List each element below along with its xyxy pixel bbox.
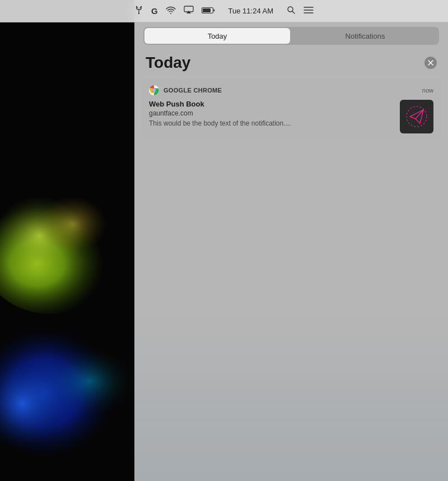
notification-card[interactable]: GOOGLE CHROME now Web Push Book gauntfac… (141, 78, 441, 140)
today-title: Today (146, 54, 190, 72)
svg-rect-13 (203, 8, 211, 12)
battery-icon (202, 6, 215, 16)
menubar-icons: G Tue 11:24 AM (134, 6, 314, 17)
chrome-icon (149, 85, 159, 95)
close-button[interactable] (424, 57, 437, 69)
svg-point-6 (45, 348, 134, 415)
grammarly-icon: G (151, 6, 158, 16)
tab-bar: Today Notifications (143, 27, 439, 45)
card-header: GOOGLE CHROME now (149, 85, 433, 95)
card-time: now (422, 87, 433, 94)
airplay-icon (184, 6, 194, 16)
menu-icon[interactable] (304, 6, 314, 16)
paper-plane-icon (404, 104, 429, 129)
today-header: Today (134, 45, 448, 78)
search-icon[interactable] (287, 6, 296, 17)
card-body: Web Push Book gauntface.com This would b… (149, 100, 433, 133)
fork-icon (134, 6, 143, 17)
panel-bottom-gradient (134, 313, 448, 481)
desktop-wallpaper (0, 0, 134, 481)
menubar: G Tue 11:24 AM (0, 0, 448, 22)
wifi-icon (166, 6, 176, 16)
notification-panel: Today Notifications Today (134, 0, 448, 481)
menubar-time: Tue 11:24 AM (228, 7, 273, 15)
card-title: Web Push Book (149, 100, 394, 108)
svg-point-3 (39, 196, 106, 252)
card-app-name: GOOGLE CHROME (164, 87, 222, 94)
tab-notifications[interactable]: Notifications (292, 28, 438, 44)
card-subtitle: gauntface.com (149, 109, 394, 117)
card-thumbnail (400, 100, 433, 133)
card-text: Web Push Book gauntface.com This would b… (149, 100, 394, 128)
svg-point-10 (170, 13, 171, 14)
card-description: This would be the body text of the notif… (149, 119, 394, 128)
tab-today[interactable]: Today (144, 28, 290, 44)
svg-point-9 (138, 12, 139, 13)
svg-point-19 (153, 90, 155, 91)
svg-point-7 (136, 6, 137, 7)
svg-point-8 (141, 6, 142, 7)
card-header-left: GOOGLE CHROME (149, 85, 222, 95)
